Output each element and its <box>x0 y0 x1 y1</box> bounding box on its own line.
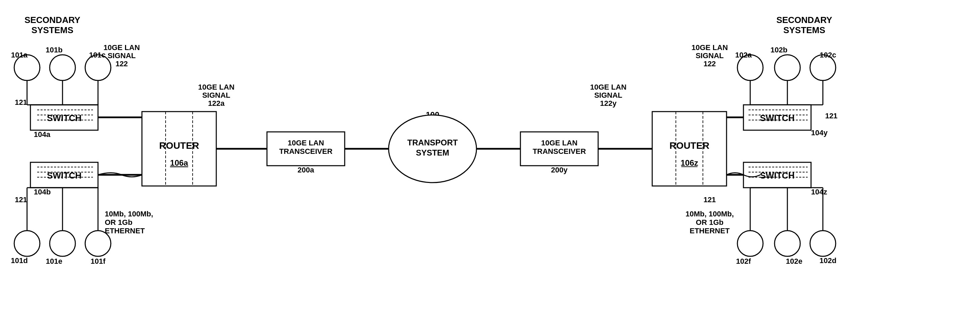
label-104a: 104a <box>34 130 51 139</box>
left-secondary-systems-label: SECONDARY <box>24 15 80 25</box>
label-101d: 101d <box>11 256 28 265</box>
label-101f: 101f <box>91 257 106 266</box>
label-121-right-bot: 121 <box>703 196 716 204</box>
transport-label1: TRANSPORT <box>407 138 458 147</box>
svg-text:SIGNAL: SIGNAL <box>594 91 622 99</box>
svg-text:122: 122 <box>116 59 128 68</box>
label-102e: 102e <box>786 257 803 266</box>
svg-text:SIGNAL: SIGNAL <box>107 51 135 60</box>
label-102f: 102f <box>736 257 751 266</box>
svg-text:SIGNAL: SIGNAL <box>695 51 724 60</box>
lan-signal-122y-label: 10GE LAN <box>590 83 627 91</box>
label-121-right-top: 121 <box>825 111 838 120</box>
transport-label2: SYSTEM <box>416 148 449 157</box>
right-lan-signal-122-label: 10GE LAN <box>691 43 728 52</box>
svg-text:ETHERNET: ETHERNET <box>690 226 730 235</box>
node-101d <box>14 231 40 256</box>
right-secondary-systems-label: SECONDARY <box>776 15 832 25</box>
label-200a: 200a <box>298 166 315 174</box>
svg-text:ETHERNET: ETHERNET <box>105 226 145 235</box>
label-121-bot: 121 <box>15 196 27 204</box>
svg-text:SYSTEMS: SYSTEMS <box>783 25 825 35</box>
label-121-top: 121 <box>15 98 27 107</box>
svg-text:122y: 122y <box>600 99 617 108</box>
label-200y: 200y <box>551 166 568 174</box>
label-104b: 104b <box>34 188 51 196</box>
label-101b: 101b <box>46 46 62 54</box>
svg-text:122: 122 <box>703 59 716 68</box>
router-106z-label: ROUTER <box>670 140 709 151</box>
svg-text:SIGNAL: SIGNAL <box>202 91 230 99</box>
node-102f <box>810 231 836 256</box>
ethernet-label: 10Mb, 100Mb, <box>105 210 153 218</box>
label-102c: 102c <box>820 51 836 59</box>
switch-104a-label: SWITCH <box>47 113 82 123</box>
node-101b <box>50 55 75 81</box>
label-102d: 102d <box>819 256 836 265</box>
label-101e: 101e <box>46 257 62 266</box>
network-diagram: SECONDARY SYSTEMS 101a 101b 101c 10GE LA… <box>0 0 980 328</box>
label-101a: 101a <box>11 51 28 59</box>
label-101c: 101c <box>89 51 106 59</box>
transceiver-200y-label2: TRANSCEIVER <box>533 147 586 156</box>
label-104z: 104z <box>811 188 827 196</box>
ethernet-label-right: 10Mb, 100Mb, <box>685 210 733 218</box>
svg-text:OR 1Gb: OR 1Gb <box>105 218 132 226</box>
label-106z: 106z <box>681 158 698 167</box>
label-106a: 106a <box>170 158 188 167</box>
svg-text:OR 1Gb: OR 1Gb <box>696 218 724 226</box>
svg-text:SYSTEMS: SYSTEMS <box>32 25 73 35</box>
node-102e <box>775 231 800 256</box>
lan-signal-122a-label: 10GE LAN <box>198 83 234 91</box>
left-lan-signal-label: 10GE LAN <box>103 43 140 52</box>
label-104y: 104y <box>811 129 828 137</box>
svg-text:122a: 122a <box>208 99 225 108</box>
transceiver-200a-label2: TRANSCEIVER <box>279 147 332 156</box>
transceiver-200y-label1: 10GE LAN <box>541 139 578 147</box>
transceiver-200a-label1: 10GE LAN <box>288 139 324 147</box>
switch-104y-label: SWITCH <box>760 113 795 123</box>
node-102d <box>737 231 763 256</box>
node-102b <box>775 55 800 81</box>
label-102b: 102b <box>770 46 788 54</box>
router-106a-label: ROUTER <box>159 140 199 151</box>
node-101e <box>50 231 75 256</box>
label-102a: 102a <box>735 51 752 59</box>
